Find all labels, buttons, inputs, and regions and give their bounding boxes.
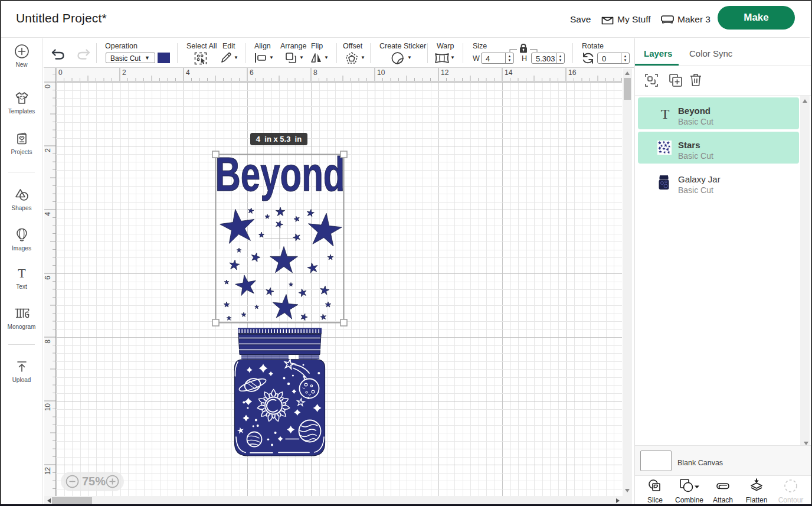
svg-text:10: 10 xyxy=(44,403,52,412)
svg-text:T: T xyxy=(661,106,670,122)
svg-text:12: 12 xyxy=(44,467,52,475)
svg-text:4: 4 xyxy=(44,212,52,216)
svg-text:T: T xyxy=(18,266,26,280)
svg-text:8: 8 xyxy=(44,339,52,344)
svg-text:2: 2 xyxy=(44,148,52,152)
svg-text:6: 6 xyxy=(44,276,52,280)
svg-text:4 in x 5.3 in: 4 in x 5.3 in xyxy=(256,135,302,143)
svg-text:Beyond: Beyond xyxy=(215,148,345,201)
svg-text:0: 0 xyxy=(44,84,52,89)
